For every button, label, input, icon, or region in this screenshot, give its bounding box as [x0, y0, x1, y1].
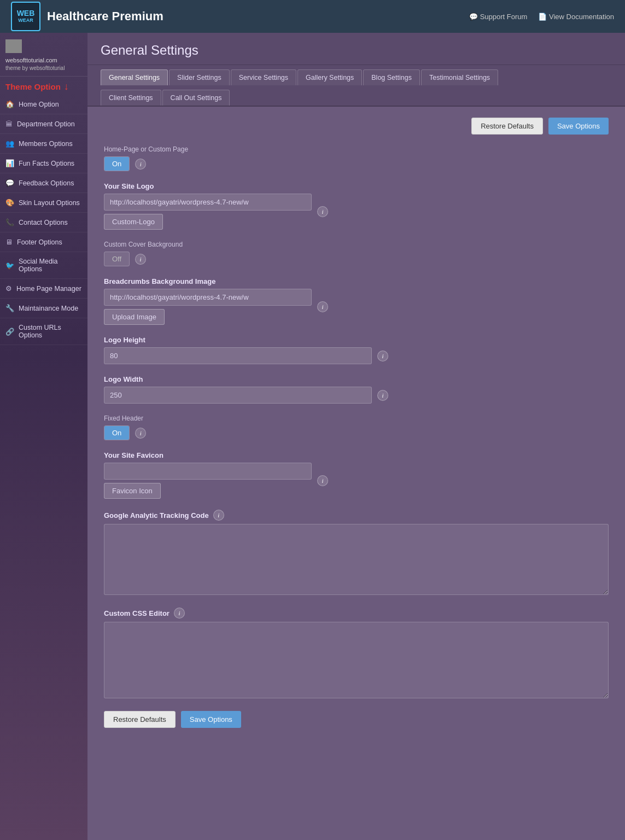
tab-client-settings[interactable]: Client Settings [101, 90, 161, 106]
sidebar-item-label: Fun Facts Options [19, 160, 74, 167]
logo-height-input-row: i [104, 347, 609, 364]
save-options-button-top[interactable]: Save Options [548, 118, 609, 135]
breadcrumbs-info-icon[interactable]: i [317, 301, 328, 312]
tab-testimonial-settings[interactable]: Testimonial Settings [421, 69, 498, 85]
logo-input-col: Custom-Logo [104, 194, 312, 230]
theme-option-label: Theme Option ↓ [0, 77, 87, 95]
tab-slider-settings[interactable]: Slider Settings [169, 69, 230, 85]
top-header: WEB WEAR Healthcare Premium 💬 Support Fo… [0, 0, 625, 33]
site-logo-input[interactable] [104, 194, 312, 211]
sidebar-item-label: Social Media Options [19, 258, 82, 273]
view-docs-link[interactable]: 📄 View Documentation [538, 13, 614, 21]
social-media-icon: 🐦 [5, 261, 14, 270]
custom-css-section: Custom CSS Editor i [104, 608, 609, 700]
homepage-section: Home-Page or Custom Page On i [104, 145, 609, 171]
tab-gallery-settings[interactable]: Gallery Settings [297, 69, 362, 85]
fixed-header-toggle-row: On i [104, 425, 609, 440]
breadcrumbs-section: Breadcrumbs Background Image Upload Imag… [104, 277, 609, 325]
site-logo: WEB WEAR [11, 2, 40, 31]
brand-image [5, 39, 22, 53]
theme-option-text: Theme Option [5, 82, 61, 91]
logo-width-input-row: i [104, 387, 609, 404]
logo-width-info-icon[interactable]: i [377, 390, 388, 401]
logo-width-section: Logo Width i [104, 375, 609, 404]
favicon-input-col: Favicon Icon [104, 463, 312, 499]
custom-css-info-icon[interactable]: i [174, 608, 185, 619]
custom-cover-section: Custom Cover Background Off i [104, 241, 609, 266]
fun-facts-icon: 📊 [5, 159, 14, 167]
sidebar-item-label: Home Option [19, 101, 59, 108]
homepage-toggle-on: On [104, 157, 129, 171]
sidebar-item-label: Department Option [17, 120, 75, 128]
save-options-button-bottom[interactable]: Save Options [181, 711, 241, 728]
sidebar-item-home-page-manager[interactable]: ⚙ Home Page Manager [0, 279, 87, 299]
logo-height-section: Logo Height i [104, 336, 609, 364]
google-analytics-info-icon[interactable]: i [213, 510, 224, 521]
department-icon: 🏛 [5, 120, 13, 128]
sidebar-item-home-option[interactable]: 🏠 Home Option [0, 95, 87, 114]
site-favicon-input-row: Favicon Icon i [104, 463, 609, 499]
tab-service-settings[interactable]: Service Settings [231, 69, 296, 85]
sidebar-brand: websofttoturial.com theme by websofttotu… [0, 33, 87, 77]
tab-blog-settings[interactable]: Blog Settings [363, 69, 420, 85]
sidebar-item-label: Home Page Manager [16, 285, 81, 293]
footer-icon: 🖥 [5, 238, 13, 246]
site-logo-info-icon[interactable]: i [317, 206, 328, 217]
breadcrumbs-input[interactable] [104, 289, 312, 306]
header-nav: 💬 Support Forum 📄 View Documentation [469, 13, 614, 21]
sidebar-item-department-option[interactable]: 🏛 Department Option [0, 114, 87, 134]
site-favicon-label: Your Site Favicon [104, 451, 609, 459]
custom-cover-toggle[interactable]: Off [104, 252, 130, 266]
favicon-icon-button[interactable]: Favicon Icon [104, 483, 161, 499]
sidebar: websofttoturial.com theme by websofttotu… [0, 33, 87, 840]
site-favicon-info-icon[interactable]: i [317, 475, 328, 486]
arrow-down-icon: ↓ [64, 81, 69, 92]
fixed-header-info-icon[interactable]: i [135, 428, 146, 439]
google-analytics-label: Google Analytic Tracking Code [104, 511, 209, 520]
sidebar-item-label: Members Options [19, 140, 73, 148]
header-left: WEB WEAR Healthcare Premium [11, 2, 163, 31]
tab-call-out-settings[interactable]: Call Out Settings [162, 90, 230, 106]
fixed-header-toggle-on: On [104, 426, 129, 440]
google-analytics-textarea[interactable] [104, 524, 609, 595]
sidebar-item-members-options[interactable]: 👥 Members Options [0, 134, 87, 154]
homepage-info-icon[interactable]: i [135, 159, 146, 170]
custom-css-textarea[interactable] [104, 622, 609, 698]
site-favicon-input[interactable] [104, 463, 312, 480]
sidebar-item-footer-options[interactable]: 🖥 Footer Options [0, 232, 87, 252]
sidebar-item-fun-facts-options[interactable]: 📊 Fun Facts Options [0, 154, 87, 173]
logo-wear-text: WEAR [17, 18, 35, 24]
logo-height-label: Logo Height [104, 336, 609, 344]
sidebar-item-label: Custom URLs Options [19, 324, 82, 339]
sidebar-item-skin-layout-options[interactable]: 🎨 Skin Layout Options [0, 193, 87, 213]
custom-urls-icon: 🔗 [5, 328, 14, 336]
homepage-label: Home-Page or Custom Page [104, 145, 609, 153]
tabs-container: General Settings Slider Settings Service… [87, 65, 625, 107]
logo-height-info-icon[interactable]: i [377, 351, 388, 361]
logo-height-input[interactable] [104, 347, 372, 364]
restore-defaults-button-top[interactable]: Restore Defaults [471, 118, 543, 135]
restore-defaults-button-bottom[interactable]: Restore Defaults [104, 711, 176, 728]
sidebar-item-maintainance-mode[interactable]: 🔧 Maintainance Mode [0, 299, 87, 318]
fixed-header-toggle[interactable]: On [104, 425, 130, 440]
support-forum-link[interactable]: 💬 Support Forum [469, 13, 527, 21]
tabs-row-2: Client Settings Call Out Settings [101, 85, 612, 106]
page-title: General Settings [101, 43, 612, 58]
homepage-toggle[interactable]: On [104, 156, 130, 171]
sidebar-item-contact-options[interactable]: 📞 Contact Options [0, 213, 87, 232]
custom-cover-info-icon[interactable]: i [135, 254, 146, 265]
skin-layout-icon: 🎨 [5, 199, 14, 207]
content-area: General Settings General Settings Slider… [87, 33, 625, 840]
actions-top: Restore Defaults Save Options [104, 118, 609, 135]
form-content: Restore Defaults Save Options Home-Page … [87, 107, 625, 739]
sidebar-item-feedback-options[interactable]: 💬 Feedback Options [0, 173, 87, 193]
sidebar-item-custom-urls-options[interactable]: 🔗 Custom URLs Options [0, 318, 87, 345]
logo-width-input[interactable] [104, 387, 372, 404]
upload-image-button[interactable]: Upload Image [104, 309, 165, 325]
sidebar-item-social-media-options[interactable]: 🐦 Social Media Options [0, 252, 87, 279]
site-title: Healthcare Premium [47, 9, 163, 24]
custom-logo-button[interactable]: Custom-Logo [104, 214, 163, 230]
brand-sub: theme by websofttoturial [5, 65, 65, 71]
homepage-toggle-row: On i [104, 156, 609, 171]
tab-general-settings[interactable]: General Settings [101, 69, 168, 85]
